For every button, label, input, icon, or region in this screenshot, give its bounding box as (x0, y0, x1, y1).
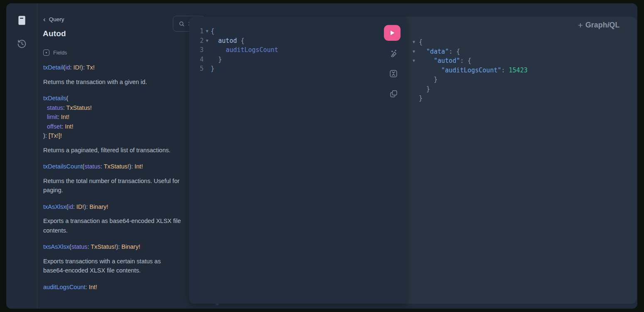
field-description: Returns the total number of transactions… (43, 176, 181, 195)
type-token[interactable]: Int! (61, 114, 69, 120)
line-number: 5 (189, 64, 204, 74)
fold-column (204, 64, 211, 74)
response-json: ▼{▼"data": {▼"autod": {"auditLogsCount":… (407, 17, 637, 103)
response-line: } (407, 75, 637, 84)
token: : (460, 57, 467, 64)
prettify-button[interactable] (388, 48, 399, 59)
field-token[interactable]: txDetails (43, 95, 66, 102)
type-token[interactable]: Int! (135, 163, 143, 170)
execute-query-button[interactable] (384, 25, 401, 41)
type-token[interactable]: ID! (74, 64, 81, 71)
arg-token[interactable]: offset (47, 123, 61, 130)
type-token[interactable]: Int! (89, 284, 97, 290)
response-line: } (407, 94, 637, 103)
arg-token[interactable]: status (71, 243, 88, 250)
query-editor-panel: 1▼{2▼ autod {3 auditLogsCount4 }5} (189, 17, 407, 304)
field-signature-line: txsAsXlsx(status: TxStatus!): Binary! (43, 242, 181, 252)
breadcrumb[interactable]: ‹ Query (43, 16, 64, 22)
graphiql-logo[interactable]: GraphiQL (585, 21, 624, 30)
copy-query-button[interactable] (388, 88, 399, 99)
arg-token[interactable]: id (65, 64, 70, 71)
arg-token[interactable]: limit (47, 114, 58, 120)
field-token[interactable]: txsAsXlsx (43, 243, 69, 250)
token: : (73, 203, 76, 210)
query-editor[interactable]: 1▼{2▼ autod {3 auditLogsCount4 }5} (189, 17, 407, 74)
doc-field-entry: txDetail(id: ID!): Tx!Returns the transa… (43, 63, 181, 87)
code-text: } (211, 55, 222, 64)
token: ): (84, 203, 89, 210)
type-token[interactable]: TxStatus! (104, 163, 129, 170)
field-description: Returns a paginated, filtered list of tr… (43, 146, 181, 155)
token: ( (66, 95, 69, 102)
copy-icon (389, 89, 398, 98)
field-signature-line: txDetailsCount(status: TxStatus!): Int! (43, 162, 181, 171)
field-signature-line: limit: Int! (43, 112, 181, 122)
type-token[interactable]: TxStatus! (91, 243, 116, 250)
type-token[interactable]: Int! (65, 123, 73, 130)
token: ): (81, 64, 86, 71)
breadcrumb-label: Query (49, 16, 64, 22)
type-token[interactable]: Tx! (86, 64, 95, 71)
docs-book-icon (16, 15, 27, 26)
fold-arrow-icon[interactable]: ▼ (204, 27, 211, 36)
field-token[interactable]: txAsXlsx (43, 203, 66, 210)
doc-field-entry: txAsXlsx(id: ID!): Binary!Exports a tran… (43, 202, 181, 235)
token: { (456, 48, 460, 55)
field-description: Exports a transaction as base64-encoded … (43, 216, 181, 235)
token: ): (43, 132, 49, 139)
token: : (86, 284, 89, 290)
fold-arrow-icon[interactable]: ▼ (413, 47, 415, 57)
token: { (211, 27, 214, 35)
token: } (211, 65, 214, 72)
merge-fragments-button[interactable] (388, 68, 399, 79)
token: } (426, 85, 430, 93)
field-light-token: autod (218, 37, 237, 45)
fields-section-label: Fields (53, 50, 67, 56)
num-token: 15423 (509, 67, 528, 74)
response-line: } (407, 84, 637, 94)
editor-line: 2▼ autod { (189, 36, 407, 46)
prop-token: auditLogsCount (226, 46, 278, 54)
doc-field-entry: txsAsXlsx(status: TxStatus!): Binary!Exp… (43, 242, 181, 275)
type-token[interactable]: ID! (76, 203, 84, 210)
token: { (237, 37, 244, 45)
chevron-left-icon: ‹ (43, 17, 46, 22)
docs-plugin-button[interactable] (13, 12, 30, 29)
key-token: "auditLogsCount" (441, 67, 501, 74)
editor-line: 1▼{ (189, 27, 407, 36)
fold-arrow-icon[interactable]: ▼ (204, 36, 211, 46)
history-plugin-button[interactable] (13, 35, 30, 52)
doc-fields-list: txDetail(id: ID!): Tx!Returns the transa… (43, 63, 181, 299)
editor-line: 3 auditLogsCount (189, 45, 407, 55)
token: : (101, 163, 104, 170)
response-line: ▼"autod": { (407, 56, 637, 66)
doc-field-entry: txDetailsCount(status: TxStatus!): Int!R… (43, 162, 181, 195)
code-text: auditLogsCount (211, 45, 278, 55)
doc-explorer-panel: ‹ Query Autod ⌘ K Fields txDetail(id: ID… (37, 3, 183, 309)
field-token[interactable]: txDetail (43, 64, 63, 71)
token: } (434, 76, 438, 83)
type-token[interactable]: [Tx!]! (49, 132, 62, 139)
type-token[interactable]: TxStatus! (66, 104, 91, 111)
key-token: "autod" (434, 57, 460, 64)
token: : (87, 243, 91, 250)
prettify-wand-icon (389, 49, 398, 58)
field-token[interactable]: txDetailsCount (43, 163, 82, 170)
response-line: ▼{ (407, 37, 637, 47)
field-signature-line: ): [Tx!]! (43, 131, 181, 141)
arg-token[interactable]: id (68, 203, 73, 210)
doc-field-entry: txDetails(status: TxStatus!limit: Int!of… (43, 94, 181, 155)
field-signature-line: txDetails( (43, 94, 181, 103)
fold-arrow-icon[interactable]: ▼ (413, 56, 415, 66)
arg-token[interactable]: status (47, 104, 63, 111)
field-token[interactable]: auditLogsCount (43, 284, 86, 290)
type-token[interactable]: Binary! (121, 243, 140, 250)
token: : (449, 48, 456, 55)
type-token[interactable]: Binary! (89, 203, 108, 210)
field-description: Returns the transaction with a given id. (43, 77, 181, 87)
fold-arrow-icon[interactable]: ▼ (413, 37, 415, 47)
code-text: autod { (211, 36, 244, 46)
token: : (70, 64, 74, 71)
line-number: 3 (189, 45, 204, 55)
arg-token[interactable]: status (84, 163, 101, 170)
